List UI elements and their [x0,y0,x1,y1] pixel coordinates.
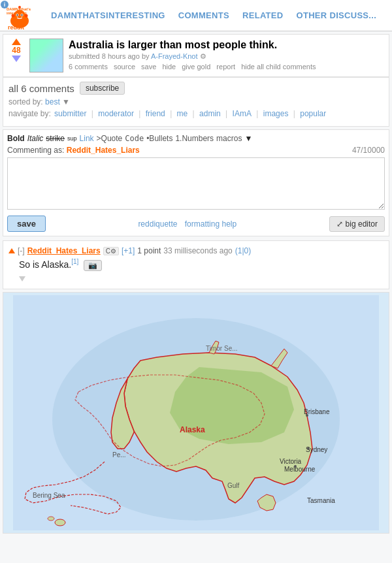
save-comment-button[interactable]: save [7,216,46,232]
svg-text:Bering Sea: Bering Sea [33,492,65,499]
big-editor-button[interactable]: ⤢ big editor [329,216,385,232]
map-image-container: Timor Se... Alaska Bering Sea Brisbane S… [3,292,389,534]
comment-collapse[interactable]: [-] [18,246,25,255]
svg-text:Timor Se...: Timor Se... [206,345,238,352]
toolbar-macros[interactable]: macros [216,134,242,143]
reddit-logo[interactable]: DAMN, that's interesting reddit [5,1,34,30]
sorted-by: sorted by: best ▼ [8,97,384,106]
comment-item: [-] Reddit_Hates_Liars C⚙ [+1] 1 point 3… [3,240,389,289]
toolbar-bullets[interactable]: •Bullets [146,134,172,143]
nav-other[interactable]: other discuss... [290,10,384,20]
nav-comments[interactable]: comments [172,10,236,20]
toolbar-bold[interactable]: Bold [7,134,25,143]
svg-point-18 [48,517,54,521]
nav-images[interactable]: images [263,109,289,118]
comment-footnote[interactable]: [1] [71,259,78,270]
comments-header: all 6 comments subscribe [8,82,384,95]
post-thumbnail[interactable] [29,39,63,72]
svg-point-8 [17,14,18,16]
reddiquette-link[interactable]: reddiquette [138,219,177,229]
comment-header: [-] Reddit_Hates_Liars C⚙ [+1] 1 point 3… [8,246,384,255]
formatting-help-link[interactable]: formatting help [185,219,237,229]
post-upvote[interactable] [12,39,21,45]
toolbar-link[interactable]: Link [80,134,94,143]
editor-toolbar: Bold Italic strike sup Link >Quote Code … [7,134,385,143]
post-save[interactable]: save [141,63,156,71]
nav-admin[interactable]: admin [199,109,221,118]
svg-text:Gulf: Gulf [227,482,240,489]
comment-body: So is Alaska.[1] 📷 [19,258,384,271]
toolbar-strike[interactable]: strike [46,134,65,143]
comment-score-breakdown: (1|0) [235,246,251,255]
comment-downvote[interactable] [19,276,25,282]
post-meta: i Australia is larger than most people t… [69,39,384,71]
svg-point-31 [294,465,297,468]
post-actions: 6 comments source save hide give gold re… [69,63,384,71]
post-vote-box: 48 [8,39,24,62]
svg-point-9 [22,14,23,16]
info-icon: i [1,1,8,8]
comment-flair: C⚙ [103,247,119,255]
editor-footer: save reddiquette formatting help ⤢ big e… [7,216,385,232]
svg-point-29 [306,414,308,417]
post-hide[interactable]: hide [162,63,176,71]
toolbar-quote[interactable]: >Quote [97,134,123,143]
post-source[interactable]: source [114,63,135,71]
svg-text:Victoria: Victoria [280,458,302,465]
comments-section: all 6 comments subscribe sorted by: best… [3,77,389,127]
nav-subreddit[interactable]: DamnThatsInteresting [44,10,172,20]
toolbar-numbers[interactable]: 1.Numbers [175,134,214,143]
navigate-by: navigate by: submitter | moderator | fri… [8,109,384,118]
svg-point-30 [307,447,310,450]
svg-text:Melbourne: Melbourne [284,466,316,473]
comment-upvote[interactable] [8,248,15,253]
post-score: 48 [12,46,20,54]
comment-editor: Bold Italic strike sup Link >Quote Code … [3,129,389,236]
post-title[interactable]: Australia is larger than most people thi… [69,39,277,50]
nav-related[interactable]: related [236,10,290,20]
post-hide-all[interactable]: hide all child comments [241,63,316,71]
toolbar-sup[interactable]: sup [67,135,77,142]
resize-icon: ⤢ [336,219,343,229]
svg-text:Alaska: Alaska [180,425,205,434]
nav-moderator[interactable]: moderator [98,109,134,118]
nav-me[interactable]: me [177,109,188,118]
svg-point-5 [14,10,25,22]
svg-text:Pe...: Pe... [112,451,126,458]
comment-time: 33 milliseconds ago [163,246,232,255]
editor-links: reddiquette formatting help [135,219,239,229]
post-author[interactable]: A-Frayed-Knot [151,52,198,60]
svg-point-11 [25,14,28,17]
comment-text: So is Alaska. [19,259,71,270]
site-header: DAMN, that's interesting reddit DamnThat… [0,0,392,31]
post-container: 48 i Australia is larger than most peopl… [3,34,389,77]
svg-text:Tasmania: Tasmania [307,497,335,504]
sort-method-link[interactable]: best [45,97,60,106]
header-nav: DamnThatsInteresting comments related ot… [44,10,383,20]
post-report[interactable]: report [216,63,235,71]
nav-submitter[interactable]: submitter [54,109,86,118]
comment-points: 1 point [137,246,161,255]
comment-author[interactable]: Reddit_Hates_Liars [27,246,101,255]
map-svg: Timor Se... Alaska Bering Sea Brisbane S… [13,295,379,530]
post-give-gold[interactable]: give gold [182,63,210,71]
subscribe-button[interactable]: subscribe [80,82,125,95]
nav-friend[interactable]: friend [146,109,165,118]
macros-arrow[interactable]: ▼ [244,134,252,143]
nav-iama[interactable]: IAmA [233,109,252,118]
char-count: 47/10000 [352,146,385,155]
svg-point-10 [12,14,15,17]
svg-point-17 [55,519,65,526]
post-submitted: submitted 8 hours ago by A-Frayed-Knot ⚙ [69,52,384,61]
comment-image-button[interactable]: 📷 [84,260,102,271]
post-downvote[interactable] [12,56,21,62]
comment-score: [+1] [122,246,135,255]
comment-textarea[interactable] [7,157,385,210]
editor-username: Reddit_Hates_Liars [67,146,140,155]
toolbar-italic[interactable]: Italic [27,134,44,143]
editor-commenting-as: Commenting as: Reddit_Hates_Liars 47/100… [7,146,385,155]
post-comments-link[interactable]: 6 comments [69,63,108,71]
toolbar-code[interactable]: Code [125,134,144,143]
comment-vote-down-row [19,274,384,283]
nav-popular[interactable]: popular [300,109,326,118]
